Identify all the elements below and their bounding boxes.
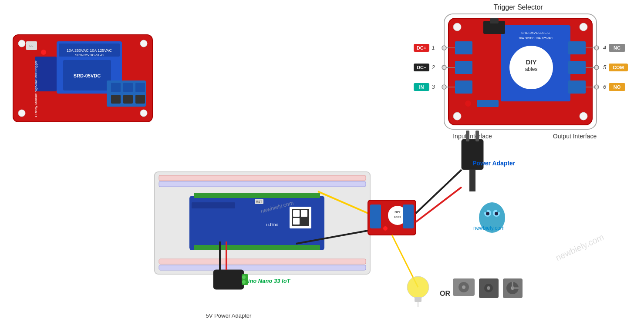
svg-point-135 [242, 280, 246, 284]
svg-rect-85 [192, 202, 235, 208]
svg-text:DC+: DC+ [417, 45, 426, 50]
svg-text:DIY: DIY [526, 58, 536, 66]
device-1 [453, 278, 475, 296]
svg-text:COM: COM [613, 65, 624, 70]
svg-point-25 [453, 23, 461, 31]
svg-point-103 [383, 226, 388, 231]
svg-point-50 [442, 85, 446, 89]
svg-rect-16 [111, 95, 121, 104]
breadboard: // This can't execute in SVG, using manu… [155, 172, 370, 284]
svg-point-4 [140, 110, 147, 117]
svg-point-52 [594, 46, 599, 50]
svg-rect-11 [35, 57, 57, 91]
svg-rect-18 [135, 95, 145, 104]
svg-text:SRD-05VDC: SRD-05VDC [74, 73, 101, 78]
device-2 [479, 278, 499, 298]
svg-rect-37 [455, 41, 472, 54]
svg-rect-84 [194, 245, 320, 250]
svg-point-26 [580, 23, 587, 31]
relay-diagram-topright: Trigger Selector SRD-05VDC-SL-C 10A 30VD… [414, 3, 628, 140]
svg-rect-78 [159, 175, 366, 181]
svg-point-119 [487, 286, 490, 290]
svg-rect-36 [490, 18, 499, 23]
svg-point-1 [18, 40, 25, 47]
svg-rect-44 [568, 80, 586, 94]
svg-rect-98 [370, 205, 381, 228]
svg-rect-83 [194, 193, 320, 198]
svg-text:1: 1 [432, 44, 435, 51]
power-adapter-5v [213, 270, 248, 289]
svg-text:ables: ables [525, 66, 538, 72]
svg-rect-17 [123, 95, 133, 104]
light-bulb [407, 276, 429, 307]
svg-rect-15 [135, 83, 145, 92]
svg-rect-102 [403, 205, 414, 228]
svg-text:NC: NC [614, 45, 620, 50]
svg-point-28 [580, 112, 587, 120]
svg-text:Output Interface: Output Interface [553, 133, 597, 140]
svg-text:SRD-05VDC-SL-C: SRD-05VDC-SL-C [521, 31, 550, 35]
svg-point-128 [486, 212, 489, 215]
or-label: OR [440, 290, 450, 297]
svg-text:5: 5 [603, 64, 607, 70]
svg-rect-13 [111, 83, 121, 92]
svg-point-2 [140, 40, 147, 47]
svg-text:10A 250VAC 10A 125VAC: 10A 250VAC 10A 125VAC [67, 48, 112, 53]
svg-text:NO: NO [614, 84, 621, 90]
svg-rect-40 [477, 100, 499, 107]
page-container: 10A 250VAC 10A 125VAC SRD-05VDC-SL-C SRD… [0, 0, 644, 332]
svg-rect-133 [242, 274, 248, 285]
svg-text:6: 6 [603, 84, 607, 90]
svg-text:IN: IN [419, 84, 424, 90]
svg-text:10A 30VDC 10A 125VAC: 10A 30VDC 10A 125VAC [519, 37, 553, 40]
relay-small: DIY ables [368, 200, 416, 235]
svg-rect-80 [159, 259, 366, 264]
svg-rect-42 [568, 41, 586, 54]
power-adapter-label: Power Adapter [472, 160, 516, 167]
svg-point-19 [41, 50, 46, 55]
svg-text:2: 2 [431, 64, 435, 70]
svg-rect-14 [123, 83, 133, 92]
svg-point-129 [495, 212, 498, 215]
svg-rect-91 [293, 218, 300, 225]
svg-rect-79 [159, 181, 366, 187]
svg-rect-43 [568, 61, 586, 74]
device-3 [503, 278, 523, 298]
svg-text:4: 4 [603, 44, 606, 51]
svg-rect-132 [213, 270, 244, 289]
svg-text:Input Interface: Input Interface [453, 133, 492, 140]
svg-point-116 [462, 285, 465, 289]
svg-rect-89 [293, 210, 300, 217]
trigger-selector-title: Trigger Selector [493, 3, 543, 11]
main-diagram-svg: 10A 250VAC 10A 125VAC SRD-05VDC-SL-C SRD… [0, 0, 644, 332]
svg-point-54 [594, 65, 599, 70]
svg-point-41 [465, 101, 471, 107]
svg-rect-81 [159, 265, 366, 270]
svg-text:u-blox: u-blox [266, 222, 278, 227]
svg-text:UL: UL [30, 44, 34, 47]
svg-text:1 Relay Module high/low level : 1 Relay Module high/low level trigger [34, 60, 38, 117]
svg-text:DC–: DC– [417, 65, 426, 70]
svg-text:DIY: DIY [394, 210, 401, 214]
svg-point-27 [453, 112, 461, 120]
svg-rect-110 [469, 170, 475, 191]
svg-point-134 [242, 275, 246, 279]
watermark1: newbiely.com [554, 232, 605, 263]
svg-text:SRD-05VDC-SL-C: SRD-05VDC-SL-C [75, 53, 104, 57]
5v-power-label: 5V Power Adapter [206, 312, 252, 319]
svg-point-48 [442, 65, 446, 70]
svg-rect-90 [301, 210, 307, 217]
svg-rect-112 [415, 297, 421, 302]
svg-point-3 [18, 110, 25, 117]
svg-text:3: 3 [432, 84, 435, 90]
relay-photo-topleft: 10A 250VAC 10A 125VAC SRD-05VDC-SL-C SRD… [13, 35, 152, 122]
svg-point-111 [407, 276, 429, 298]
svg-rect-108 [466, 131, 469, 141]
newbiely-url: newbiely.com [473, 225, 505, 231]
svg-text:ables: ables [394, 215, 401, 218]
svg-text:RST: RST [256, 200, 263, 203]
svg-rect-109 [475, 131, 479, 141]
svg-rect-39 [455, 80, 472, 94]
svg-point-46 [442, 46, 446, 50]
svg-rect-38 [455, 61, 472, 74]
